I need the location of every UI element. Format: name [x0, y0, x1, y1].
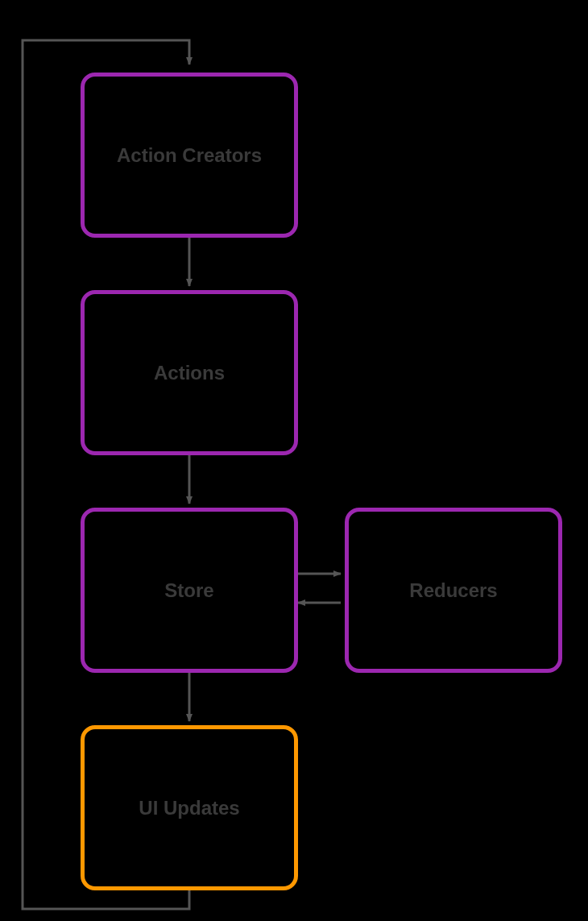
- label-reducers: Reducers: [409, 579, 497, 602]
- label-actions: Actions: [154, 362, 225, 384]
- label-ui-updates: UI Updates: [139, 797, 239, 819]
- label-action-creators: Action Creators: [117, 144, 262, 167]
- node-ui-updates: UI Updates: [81, 725, 298, 890]
- label-store: Store: [164, 579, 213, 602]
- node-actions: Actions: [81, 290, 298, 455]
- node-action-creators: Action Creators: [81, 73, 298, 238]
- node-store: Store: [81, 508, 298, 673]
- node-reducers: Reducers: [345, 508, 562, 673]
